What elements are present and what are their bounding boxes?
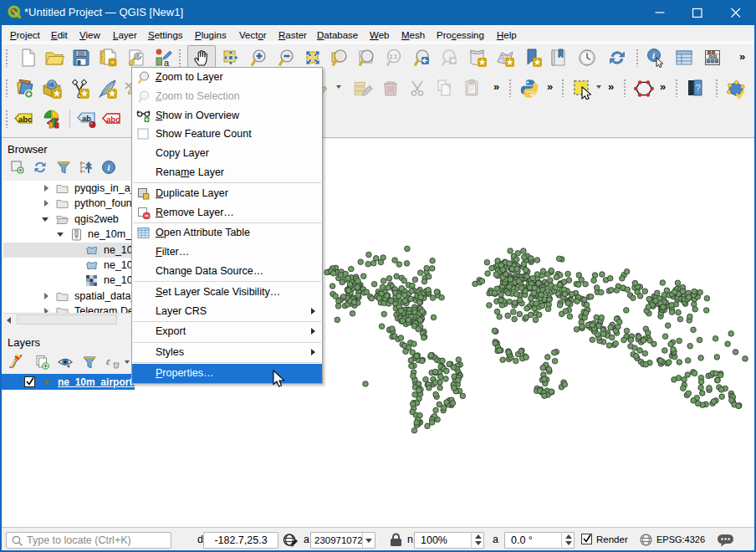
svg-text:ab: ab (82, 114, 91, 123)
svg-text:1:1: 1:1 (390, 54, 398, 59)
svg-text:abc: abc (18, 115, 32, 124)
svg-text:ε: ε (106, 355, 111, 367)
svg-text:?: ? (696, 83, 701, 93)
svg-text:abc: abc (106, 115, 120, 124)
